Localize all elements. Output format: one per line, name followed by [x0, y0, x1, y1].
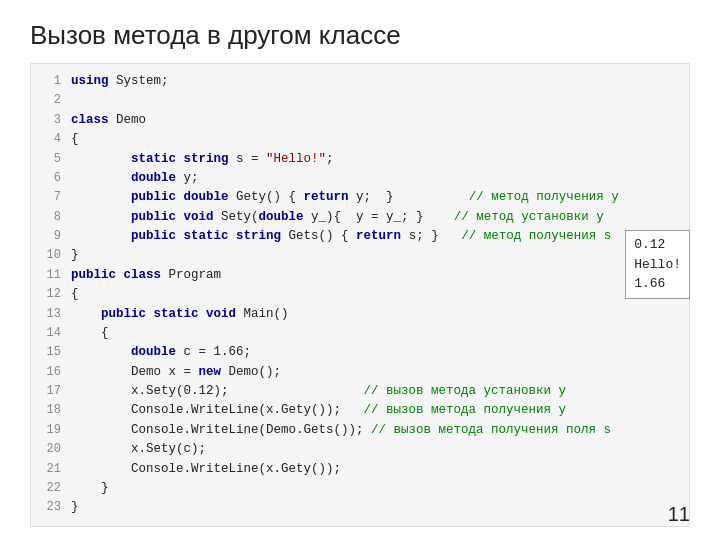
output-line: 1.66: [634, 274, 681, 294]
slide: Вызов метода в другом классе 1using Syst…: [0, 0, 720, 540]
code-line: 12{: [31, 285, 689, 304]
code-line: 18 Console.WriteLine(x.Gety()); // вызов…: [31, 401, 689, 420]
code-line: 8 public void Sety(double y_){ y = y_; }…: [31, 208, 689, 227]
line-number: 18: [39, 401, 61, 420]
line-content: x.Sety(c);: [71, 440, 681, 459]
slide-number: 11: [668, 503, 690, 526]
line-content: double y;: [71, 169, 681, 188]
line-content: public static string Gets() { return s; …: [71, 227, 681, 246]
line-number: 5: [39, 150, 61, 169]
code-line: 6 double y;: [31, 169, 689, 188]
line-content: double c = 1.66;: [71, 343, 681, 362]
code-line: 10}: [31, 246, 689, 265]
code-line: 4{: [31, 130, 689, 149]
code-line: 5 static string s = "Hello!";: [31, 150, 689, 169]
line-content: Console.WriteLine(x.Gety()); // вызов ме…: [71, 401, 681, 420]
line-number: 10: [39, 246, 61, 265]
line-content: }: [71, 246, 681, 265]
line-content: using System;: [71, 72, 681, 91]
line-content: static string s = "Hello!";: [71, 150, 681, 169]
line-number: 11: [39, 266, 61, 285]
line-content: {: [71, 285, 681, 304]
line-number: 6: [39, 169, 61, 188]
line-number: 1: [39, 72, 61, 91]
code-line: 11public class Program: [31, 266, 689, 285]
line-number: 16: [39, 363, 61, 382]
code-line: 22 }: [31, 479, 689, 498]
code-block: 1using System;2 3class Demo4{5 static st…: [30, 63, 690, 527]
code-line: 20 x.Sety(c);: [31, 440, 689, 459]
code-line: 21 Console.WriteLine(x.Gety());: [31, 460, 689, 479]
line-number: 4: [39, 130, 61, 149]
code-line: 15 double c = 1.66;: [31, 343, 689, 362]
line-number: 15: [39, 343, 61, 362]
code-line: 23}: [31, 498, 689, 517]
line-number: 23: [39, 498, 61, 517]
output-box: 0.12Hello!1.66: [625, 230, 690, 299]
line-content: Console.WriteLine(Demo.Gets()); // вызов…: [71, 421, 681, 440]
code-line: 19 Console.WriteLine(Demo.Gets()); // вы…: [31, 421, 689, 440]
slide-title: Вызов метода в другом классе: [30, 20, 690, 51]
line-number: 12: [39, 285, 61, 304]
line-content: {: [71, 324, 681, 343]
line-content: [71, 91, 681, 110]
line-number: 9: [39, 227, 61, 246]
line-number: 17: [39, 382, 61, 401]
code-line: 17 x.Sety(0.12); // вызов метода установ…: [31, 382, 689, 401]
line-content: public void Sety(double y_){ y = y_; } /…: [71, 208, 681, 227]
line-content: x.Sety(0.12); // вызов метода установки …: [71, 382, 681, 401]
line-number: 7: [39, 188, 61, 207]
line-number: 19: [39, 421, 61, 440]
output-line: Hello!: [634, 255, 681, 275]
line-content: public class Program: [71, 266, 681, 285]
line-number: 13: [39, 305, 61, 324]
line-number: 22: [39, 479, 61, 498]
line-number: 3: [39, 111, 61, 130]
line-content: }: [71, 498, 681, 517]
line-content: class Demo: [71, 111, 681, 130]
code-line: 2: [31, 91, 689, 110]
line-content: public static void Main(): [71, 305, 681, 324]
line-number: 20: [39, 440, 61, 459]
line-number: 14: [39, 324, 61, 343]
code-line: 3class Demo: [31, 111, 689, 130]
output-line: 0.12: [634, 235, 681, 255]
line-content: public double Gety() { return y; } // ме…: [71, 188, 681, 207]
line-content: Demo x = new Demo();: [71, 363, 681, 382]
code-line: 13 public static void Main(): [31, 305, 689, 324]
line-number: 8: [39, 208, 61, 227]
code-line: 9 public static string Gets() { return s…: [31, 227, 689, 246]
code-line: 1using System;: [31, 72, 689, 91]
code-line: 16 Demo x = new Demo();: [31, 363, 689, 382]
line-number: 2: [39, 91, 61, 110]
code-line: 7 public double Gety() { return y; } // …: [31, 188, 689, 207]
line-content: Console.WriteLine(x.Gety());: [71, 460, 681, 479]
code-line: 14 {: [31, 324, 689, 343]
line-content: {: [71, 130, 681, 149]
line-number: 21: [39, 460, 61, 479]
line-content: }: [71, 479, 681, 498]
